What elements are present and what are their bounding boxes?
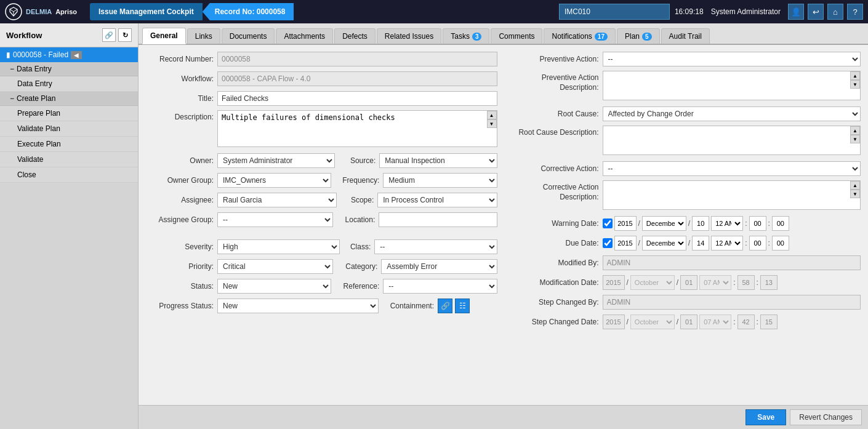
sidebar-active-item[interactable]: ▮ 0000058 - Failed ◀ [0, 47, 138, 62]
due-date-day[interactable] [692, 236, 709, 251]
revert-changes-button[interactable]: Revert Changes [790, 409, 862, 425]
assignee-label: Assignee: [146, 196, 214, 204]
due-date-time-select[interactable]: 12 AM [711, 236, 743, 251]
sidebar-item-data-entry[interactable]: Data Entry [0, 76, 138, 92]
back-icon-btn[interactable]: ↩ [808, 4, 824, 20]
due-date-month[interactable]: December [642, 236, 686, 251]
preventive-action-desc-textarea[interactable] [603, 71, 861, 100]
frequency-select[interactable]: Medium [383, 173, 497, 188]
modified-by-row: Modified By: [510, 255, 861, 271]
breadcrumb-item2[interactable]: Record No: 0000058 [203, 3, 294, 20]
workflow-title: Workflow [6, 31, 42, 40]
corrective-action-desc-label: Corrective Action Description: [510, 180, 599, 202]
help-icon-btn[interactable]: ? [847, 4, 863, 20]
root-cause-desc-textarea[interactable] [603, 126, 861, 155]
assignee-select[interactable]: Raul Garcia [217, 193, 337, 207]
sidebar-group-data-entry[interactable]: − Data Entry [0, 62, 138, 76]
owner-source-row: Owner: System Administrator Source: Manu… [146, 153, 497, 169]
severity-select[interactable]: High [217, 239, 340, 254]
tab-plan[interactable]: Plan 5 [617, 28, 660, 44]
corrective-action-select[interactable]: -- [603, 161, 861, 176]
description-scroll: ▲ ▼ [487, 111, 497, 128]
tab-tasks-badge: 3 [472, 33, 482, 41]
scope-select[interactable]: In Process Control [377, 193, 497, 207]
sidebar-item-close[interactable]: Close [0, 167, 138, 183]
sidebar-group-create-plan[interactable]: − Create Plan [0, 92, 138, 106]
right-section: Preventive Action: -- Preventive Action … [510, 51, 861, 330]
tab-comments-label: Comments [499, 32, 534, 41]
scroll-up[interactable]: ▲ [487, 111, 497, 119]
tab-audit-trail[interactable]: Audit Trail [661, 28, 710, 44]
sidebar-item-prepare-plan[interactable]: Prepare Plan [0, 106, 138, 121]
record-number-row: Record Number: [146, 51, 497, 67]
due-date-checkbox[interactable] [603, 238, 613, 248]
description-textarea[interactable]: Multiple failures of dimensional checks [217, 110, 497, 147]
progress-status-label: Progress Status: [146, 302, 214, 310]
main-container: Workflow 🔗 ↻ ▮ 0000058 - Failed ◀ − Data… [0, 23, 868, 429]
description-row: Description: Multiple failures of dimens… [146, 110, 497, 149]
due-time-sep2: : [768, 239, 770, 247]
warning-date-min[interactable] [749, 216, 766, 231]
root-scroll-down[interactable]: ▼ [850, 135, 860, 143]
scroll-down[interactable]: ▼ [487, 119, 497, 128]
due-date-sec[interactable] [772, 236, 789, 251]
warning-date-month[interactable]: December [642, 216, 686, 231]
link-icon-btn[interactable]: 🔗 [102, 28, 116, 42]
owner-select[interactable]: System Administrator [217, 153, 335, 168]
refresh-icon-btn[interactable]: ↻ [118, 28, 132, 42]
due-date-year[interactable] [614, 236, 637, 251]
containment-grid-btn[interactable]: ☷ [455, 299, 470, 313]
mod-sep1: / [627, 278, 629, 287]
user-icon-btn[interactable]: 👤 [788, 4, 804, 20]
preventive-desc-scroll: ▲ ▼ [850, 71, 860, 89]
warning-date-day[interactable] [692, 216, 709, 231]
preventive-action-select[interactable]: -- [603, 52, 861, 66]
priority-select[interactable]: Critical [217, 259, 333, 274]
corr-scroll-down[interactable]: ▼ [850, 190, 860, 198]
class-select[interactable]: -- [374, 239, 497, 254]
sidebar-item-validate[interactable]: Validate [0, 152, 138, 167]
due-date-min[interactable] [749, 236, 766, 251]
save-button[interactable]: Save [745, 409, 786, 425]
category-select[interactable]: Assembly Error [381, 259, 497, 274]
preventive-action-label: Preventive Action: [510, 55, 599, 63]
tab-tasks[interactable]: Tasks 3 [443, 28, 489, 44]
warning-date-checkbox[interactable] [603, 219, 613, 228]
description-label: Description: [146, 110, 214, 121]
active-item-minus: ▮ [6, 50, 10, 59]
progress-status-select[interactable]: New [217, 299, 379, 313]
tab-notifications[interactable]: Notifications 17 [544, 28, 616, 44]
corrective-action-desc-textarea[interactable] [603, 180, 861, 210]
warning-date-sec[interactable] [772, 216, 789, 231]
tab-defects[interactable]: Defects [334, 28, 376, 44]
corr-scroll-up[interactable]: ▲ [850, 181, 860, 190]
source-select[interactable]: Manual Inspection [379, 153, 497, 168]
status-select[interactable]: New [217, 279, 331, 294]
tab-comments[interactable]: Comments [491, 28, 542, 44]
assignee-group-select[interactable]: -- [217, 212, 333, 227]
prev-scroll-down[interactable]: ▼ [850, 80, 860, 89]
tab-attachments[interactable]: Attachments [276, 28, 333, 44]
warning-date-year[interactable] [614, 216, 637, 231]
breadcrumb-item1[interactable]: Issue Management Cockpit [90, 3, 203, 20]
location-input[interactable] [379, 212, 497, 227]
tab-links[interactable]: Links [187, 28, 220, 44]
workflow-label: Workflow: [146, 74, 214, 83]
prev-scroll-up[interactable]: ▲ [850, 71, 860, 80]
tab-documents[interactable]: Documents [222, 28, 275, 44]
tab-general[interactable]: General [142, 28, 186, 44]
root-cause-desc-label: Root Cause Description: [510, 126, 599, 138]
sidebar-item-validate-plan[interactable]: Validate Plan [0, 121, 138, 137]
sidebar-item-execute-plan[interactable]: Execute Plan [0, 137, 138, 152]
root-scroll-up[interactable]: ▲ [850, 126, 860, 135]
owner-group-select[interactable]: IMC_Owners [217, 173, 331, 188]
tab-related-issues[interactable]: Related Issues [377, 28, 441, 44]
root-cause-select[interactable]: Affected by Change Order [603, 106, 861, 121]
warning-date-time-select[interactable]: 12 AM [711, 216, 743, 231]
title-input[interactable] [217, 91, 497, 106]
user-display: System Administrator [711, 7, 781, 16]
containment-link-btn[interactable]: 🔗 [438, 299, 452, 313]
reference-select[interactable]: -- [383, 279, 497, 294]
home-icon-btn[interactable]: ⌂ [827, 4, 843, 20]
search-input[interactable] [559, 4, 670, 20]
